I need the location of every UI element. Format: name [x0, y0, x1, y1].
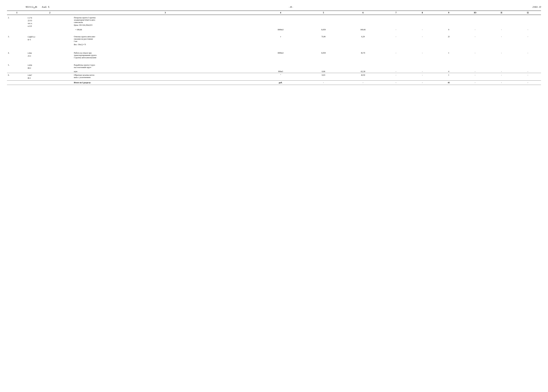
- row-ref: I-959 80-I: [27, 62, 73, 70]
- row-ref: I-174 22-I3 тех.ч. п.I.II: [27, 15, 73, 28]
- footer-col9: 45: [436, 80, 462, 85]
- row-col8: -: [409, 73, 436, 81]
- footer-col10: -: [462, 80, 488, 85]
- row-col10: [462, 15, 488, 28]
- row-num: 4.: [7, 50, 27, 59]
- footer-col12: -: [515, 80, 541, 85]
- row-col6: I0,70: [343, 50, 383, 59]
- row-col7: [383, 15, 409, 28]
- col-header-12: I2: [515, 11, 541, 15]
- spacer: [7, 47, 541, 50]
- col-header-5: 5: [304, 11, 343, 15]
- page-header: 903-9-12тп86 Альб. X - 4I - 21661- 10: [7, 5, 541, 10]
- col-header-4: 4: [258, 11, 304, 15]
- col-header-7: 7: [383, 11, 409, 15]
- row-desc: Обратная засыпка котло- вана с уплотнени…: [73, 73, 258, 81]
- table-row: 4. I-I94 25-I Работа на отвале при транс…: [7, 50, 541, 59]
- footer-label: Итого по I разделу:: [73, 80, 258, 85]
- table-row: 5. I-959 80-I Разработка грунта I груп- …: [7, 62, 541, 70]
- footer-col5: -: [304, 80, 343, 85]
- row-col9: I: [436, 73, 462, 81]
- row-col12: -: [515, 70, 541, 73]
- row-col9: 2I: [436, 34, 462, 43]
- row-col6: 62,30: [343, 70, 383, 73]
- row-weight: Вес: 59хI,2=7I: [73, 43, 258, 47]
- table-row-continuation: = I49,66 I000м3 0,059 I49,66 - - 9 - - -: [7, 28, 541, 31]
- row-col9: [436, 15, 462, 28]
- footer-unit: руб.: [258, 80, 304, 85]
- row-desc: Разработка грунта I груп- пы в котловане…: [73, 62, 258, 70]
- row-unit: I000м3: [258, 28, 304, 31]
- doc-number: 903-9-12тп86: [26, 6, 37, 9]
- table-row: 6. I-967 8I-I Обратная засыпка котло- ва…: [7, 73, 541, 81]
- col-header-2: 2: [27, 11, 73, 15]
- row-col7: -: [383, 70, 409, 73]
- row-col11: -: [488, 73, 515, 81]
- row-col12: -: [515, 73, 541, 81]
- footer-col7: -: [383, 80, 409, 85]
- row-col9: 4: [436, 70, 462, 73]
- album-label: Альб. X: [42, 6, 49, 8]
- table-footer-row: Итого по I разделу: руб. - - - - 45 - - …: [7, 80, 541, 85]
- row-col12: [515, 15, 541, 28]
- row-col10: -: [462, 28, 488, 31]
- col-header-1: I: [7, 11, 27, 15]
- row-col12: -: [515, 34, 541, 43]
- row-col5: 0,03: [304, 73, 343, 81]
- row-col7: -: [383, 73, 409, 81]
- row-col5: 7I,00: [304, 34, 343, 43]
- row-unit: ": [258, 73, 304, 81]
- row-col7: -: [383, 34, 409, 43]
- spacer: [7, 59, 541, 62]
- row-unit: т: [258, 34, 304, 43]
- row-col5: [304, 15, 343, 28]
- row-unit: I00м3: [258, 70, 304, 73]
- col-header-9: 9: [436, 11, 462, 15]
- row-col5: 0,06: [304, 70, 343, 73]
- row-col6: 4I,50: [343, 73, 383, 81]
- page-number: - 4I -: [289, 6, 293, 8]
- spacer: [7, 31, 541, 34]
- col-header-10: IO: [462, 11, 488, 15]
- row-col11: -: [488, 70, 515, 73]
- main-table: I 2 3 4 5 6 7 8 9 IO II I2 2. I-174 22-I…: [7, 11, 541, 85]
- row-col11: -: [488, 50, 515, 59]
- col-header-11: II: [488, 11, 515, 15]
- footer-col6: -: [343, 80, 383, 85]
- col-header-3: 3: [73, 11, 258, 15]
- row-col8: [409, 15, 436, 28]
- row-col7: -: [383, 50, 409, 59]
- col-header-8: 8: [409, 11, 436, 15]
- row-num: 5.: [7, 62, 27, 70]
- row-col6: 0,29: [343, 34, 383, 43]
- row-col11: -: [488, 34, 515, 43]
- row-col10: -: [462, 34, 488, 43]
- row-num: 6.: [7, 73, 27, 81]
- row-col6: I49,66: [343, 28, 383, 31]
- row-col11: -: [488, 28, 515, 31]
- row-col8: -: [409, 70, 436, 73]
- row-col7: -: [383, 28, 409, 31]
- row-desc: Погрузка грунта I группы эскаватором 0,6…: [73, 15, 258, 28]
- row-unit: [258, 15, 304, 28]
- col-header-6: 6: [343, 11, 383, 15]
- doc-ref: 21661- 10: [533, 6, 541, 8]
- footer-col8: -: [409, 80, 436, 85]
- row-col11: [488, 15, 515, 28]
- table-row: 3. СЦПГч.I K=I Отвозка грунта автосамо- …: [7, 34, 541, 43]
- footer-col11: -: [488, 80, 515, 85]
- row-col5: 0,059: [304, 28, 343, 31]
- row-price-value: = I49,66: [73, 28, 258, 31]
- row-col8: -: [409, 28, 436, 31]
- row-col10: -: [462, 50, 488, 59]
- table-row-extra: Вес: 59хI,2=7I: [7, 43, 541, 47]
- row-num: 2.: [7, 15, 27, 28]
- row-ref: I-I94 25-I: [27, 50, 73, 59]
- row-col10: -: [462, 73, 488, 81]
- row-desc-3: ную: [73, 70, 258, 73]
- row-col8: -: [409, 50, 436, 59]
- row-col5: 0,059: [304, 50, 343, 59]
- row-unit: I000м3: [258, 50, 304, 59]
- row-col10: -: [462, 70, 488, 73]
- row-ref: СЦПГч.I K=I: [27, 34, 73, 43]
